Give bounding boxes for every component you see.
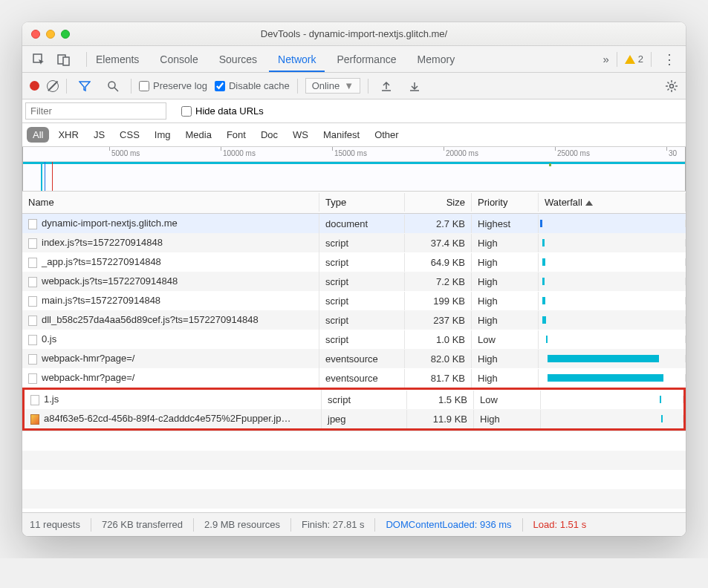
waterfall-bar	[660, 396, 661, 403]
filter-type-font[interactable]: Font	[221, 127, 252, 143]
table-row[interactable]: webpack-hmr?page=/eventsource81.7 KBHigh	[22, 368, 686, 388]
table-row[interactable]: dynamic-import-nextjs.glitch.medocument2…	[22, 214, 686, 233]
warning-icon	[625, 55, 635, 64]
resources-size: 2.9 MB resources	[204, 519, 280, 530]
close-window-button[interactable]	[31, 30, 40, 39]
devtools-window: DevTools - dynamic-import-nextjs.glitch.…	[22, 22, 686, 536]
waterfall-bar	[546, 336, 548, 343]
filter-type-doc[interactable]: Doc	[255, 127, 284, 143]
table-row[interactable]: webpack.js?ts=1572270914848script7.2 KBH…	[22, 272, 686, 291]
empty-rows	[22, 431, 686, 512]
waterfall-bar	[548, 355, 659, 362]
upload-har-icon[interactable]	[376, 76, 397, 97]
overflow-tabs-button[interactable]: »	[603, 53, 608, 65]
window-title: DevTools - dynamic-import-nextjs.glitch.…	[22, 28, 686, 39]
warnings-badge[interactable]: 2	[625, 53, 643, 65]
tab-elements[interactable]: Elements	[87, 48, 148, 71]
inspect-icon[interactable]	[28, 49, 49, 70]
type-filter-bar: AllXHRJSCSSImgMediaFontDocWSManifestOthe…	[22, 123, 686, 147]
column-waterfall[interactable]: Waterfall	[539, 193, 686, 212]
traffic-lights	[31, 30, 70, 39]
kebab-menu-icon[interactable]: ⋮	[659, 49, 680, 70]
timeline-overview[interactable]: 5000 ms10000 ms15000 ms20000 ms25000 ms3…	[22, 147, 686, 192]
zoom-window-button[interactable]	[61, 30, 70, 39]
file-icon	[28, 354, 37, 365]
column-priority[interactable]: Priority	[472, 193, 539, 212]
filter-toggle-icon[interactable]	[74, 76, 95, 97]
disable-cache-checkbox[interactable]: Disable cache	[215, 80, 290, 91]
file-icon	[28, 373, 37, 384]
tab-console[interactable]: Console	[151, 48, 207, 71]
table-header: Name Type Size Priority Waterfall	[22, 192, 686, 214]
file-icon	[30, 395, 39, 405]
filter-type-js[interactable]: JS	[88, 127, 111, 143]
waterfall-bar	[548, 374, 663, 382]
highlighted-rows: 1.jsscript1.5 KBLowa84f63e5-62cd-456b-89…	[22, 388, 686, 431]
waterfall-bar	[661, 415, 663, 422]
waterfall-bar	[542, 239, 545, 246]
main-tabs: ElementsConsoleSourcesNetworkPerformance…	[22, 46, 686, 73]
titlebar: DevTools - dynamic-import-nextjs.glitch.…	[22, 22, 686, 46]
filter-input[interactable]	[25, 102, 166, 120]
status-bar: 11 requests 726 KB transferred 2.9 MB re…	[22, 512, 686, 536]
table-row[interactable]: 1.jsscript1.5 KBLow	[25, 390, 683, 409]
waterfall-bar	[540, 220, 542, 227]
sort-ascending-icon	[585, 200, 593, 206]
requests-count: 11 requests	[30, 519, 80, 530]
svg-point-3	[108, 82, 115, 88]
waterfall-bar	[542, 297, 545, 304]
hide-data-urls-checkbox[interactable]: Hide data URLs	[181, 105, 264, 117]
table-row[interactable]: webpack-hmr?page=/eventsource82.0 KBHigh	[22, 349, 686, 368]
request-table: dynamic-import-nextjs.glitch.medocument2…	[22, 214, 686, 388]
column-type[interactable]: Type	[319, 193, 405, 212]
record-button[interactable]	[30, 81, 39, 91]
svg-point-5	[670, 84, 674, 88]
load-time: Load: 1.51 s	[533, 519, 587, 530]
table-row[interactable]: a84f63e5-62cd-456b-89f4-c2adddc4e575%2Fp…	[25, 409, 683, 428]
file-icon	[28, 219, 37, 229]
filter-type-xhr[interactable]: XHR	[52, 127, 84, 143]
domcontentloaded-time: DOMContentLoaded: 936 ms	[386, 519, 511, 530]
finish-time: Finish: 27.81 s	[302, 519, 365, 530]
file-icon	[28, 296, 37, 307]
chevron-down-icon: ▼	[344, 80, 354, 91]
filter-bar: Hide data URLs	[22, 99, 686, 123]
filter-type-ws[interactable]: WS	[287, 127, 314, 143]
preserve-log-checkbox[interactable]: Preserve log	[139, 80, 207, 91]
filter-type-media[interactable]: Media	[179, 127, 217, 143]
table-row[interactable]: main.js?ts=1572270914848script199 KBHigh	[22, 291, 686, 310]
column-name[interactable]: Name	[22, 193, 319, 212]
column-size[interactable]: Size	[405, 193, 472, 212]
svg-line-4	[114, 88, 118, 91]
table-row[interactable]: _app.js?ts=1572270914848script64.9 KBHig…	[22, 252, 686, 272]
minimize-window-button[interactable]	[46, 30, 55, 39]
image-file-icon	[30, 414, 39, 425]
filter-type-other[interactable]: Other	[368, 127, 405, 143]
file-icon	[28, 316, 37, 326]
waterfall-bar	[542, 278, 545, 285]
waterfall-bar	[542, 316, 546, 324]
download-har-icon[interactable]	[404, 76, 425, 97]
file-icon	[28, 277, 37, 287]
tab-performance[interactable]: Performance	[328, 48, 405, 71]
filter-type-img[interactable]: Img	[149, 127, 177, 143]
tab-sources[interactable]: Sources	[210, 48, 266, 71]
settings-gear-icon[interactable]	[665, 79, 678, 93]
file-icon	[28, 258, 37, 268]
table-row[interactable]: dll_b58c257da4aa56d89cef.js?ts=157227091…	[22, 310, 686, 330]
tab-network[interactable]: Network	[269, 48, 325, 71]
clear-button[interactable]	[47, 80, 59, 92]
filter-type-manifest[interactable]: Manifest	[317, 127, 366, 143]
throttling-select[interactable]: Online ▼	[305, 78, 360, 94]
network-toolbar: Preserve log Disable cache Online ▼	[22, 73, 686, 99]
svg-rect-2	[63, 57, 69, 65]
table-row[interactable]: 0.jsscript1.0 KBLow	[22, 330, 686, 349]
filter-type-css[interactable]: CSS	[114, 127, 146, 143]
filter-type-all[interactable]: All	[27, 127, 49, 143]
search-icon[interactable]	[103, 76, 123, 97]
table-row[interactable]: index.js?ts=1572270914848script37.4 KBHi…	[22, 233, 686, 252]
device-toggle-icon[interactable]	[53, 49, 74, 70]
waterfall-bar	[542, 258, 545, 266]
file-icon	[28, 335, 37, 345]
tab-memory[interactable]: Memory	[409, 48, 464, 71]
